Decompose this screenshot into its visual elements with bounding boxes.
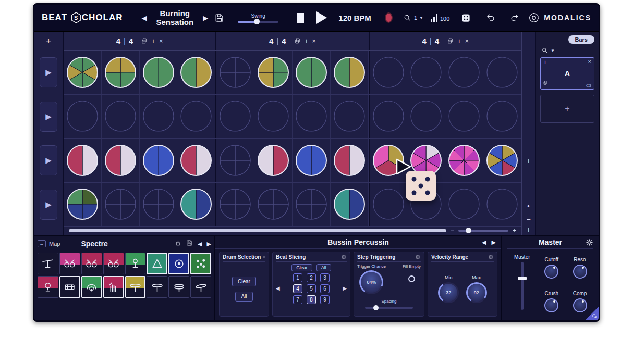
hzoom-slider-thumb[interactable] (466, 228, 471, 233)
quantize-dropdown-icon[interactable]: ▼ (419, 16, 423, 20)
slice-next-icon[interactable]: ▶ (343, 285, 347, 291)
beat-cell[interactable] (177, 51, 215, 94)
slice-clear-button[interactable]: Clear (291, 264, 312, 271)
beat-cell[interactable] (369, 183, 408, 227)
row-play-button-3[interactable]: ▶ (40, 145, 57, 175)
slice-count-1[interactable]: 1 (293, 273, 302, 282)
beat-cell[interactable] (215, 95, 254, 139)
velocity-range-target-icon[interactable] (488, 254, 494, 260)
beat-cell[interactable] (445, 139, 483, 182)
drum-pad[interactable] (125, 253, 146, 274)
beat-cell[interactable] (293, 51, 331, 94)
beat-cell[interactable] (177, 95, 215, 139)
velocity-min-knob[interactable]: 32 (438, 282, 459, 303)
vzoom-add-button[interactable]: + (526, 157, 530, 165)
time-sig-denominator[interactable]: 4 (435, 36, 439, 45)
slice-count-8[interactable]: 8 (307, 295, 316, 304)
beat-slicing-target-icon[interactable] (341, 254, 347, 260)
vzoom-out-button[interactable]: − (526, 215, 530, 223)
duplicate-measure-icon[interactable] (447, 37, 454, 44)
drum-pad[interactable] (103, 276, 124, 298)
meter-value[interactable]: 100 (440, 16, 449, 22)
trigger-chance-knob[interactable]: 84% (359, 270, 383, 294)
duplicate-measure-icon[interactable] (294, 37, 301, 44)
slice-count-9[interactable]: 9 (320, 295, 330, 304)
drum-pad[interactable] (168, 276, 189, 298)
save-pattern-icon[interactable] (214, 13, 224, 23)
beat-cell[interactable] (254, 183, 293, 227)
slice-count-4[interactable]: 4 (293, 284, 302, 293)
beat-cell[interactable] (293, 183, 331, 227)
slice-count-3[interactable]: 3 (320, 273, 330, 282)
step-triggering-target-icon[interactable] (415, 254, 421, 260)
swing-control[interactable]: Swing (238, 13, 278, 23)
time-sig-numerator[interactable]: 4 (269, 36, 273, 45)
beat-cell[interactable] (64, 183, 102, 227)
slice-all-button[interactable]: All (316, 264, 331, 271)
prev-pattern-button[interactable]: ◀ (138, 14, 150, 22)
kit-save-icon[interactable] (186, 239, 193, 248)
beat-cell[interactable] (483, 51, 521, 94)
add-bar-slot-button[interactable]: + (540, 95, 594, 123)
beat-cell[interactable] (140, 51, 178, 94)
drum-pad[interactable] (190, 276, 211, 298)
redo-icon[interactable] (509, 12, 520, 23)
beat-cell[interactable] (483, 183, 521, 227)
beat-cell[interactable] (483, 95, 521, 139)
beat-cell[interactable] (64, 139, 102, 182)
drum-pad[interactable] (147, 253, 167, 274)
next-pattern-button[interactable]: ▶ (200, 14, 211, 22)
drum-pad[interactable] (190, 253, 211, 274)
add-row-button[interactable]: + (34, 32, 63, 51)
drum-all-button[interactable]: All (235, 292, 252, 302)
beat-cell[interactable] (177, 139, 215, 182)
row-play-button-4[interactable]: ▶ (40, 190, 57, 220)
beat-cell[interactable] (254, 139, 293, 182)
bars-dropdown-icon[interactable]: ▼ (551, 48, 555, 53)
beat-cell[interactable] (254, 51, 293, 94)
drum-pad[interactable] (38, 253, 58, 274)
hzoom-in-button[interactable]: + (513, 228, 516, 234)
beat-cell[interactable] (102, 95, 140, 139)
add-measure-icon[interactable]: + (305, 37, 309, 45)
time-sig-numerator[interactable]: 4 (116, 36, 120, 45)
time-sig-denominator[interactable]: 4 (129, 36, 133, 45)
beat-cell[interactable] (293, 139, 331, 182)
slot-duplicate-icon[interactable] (543, 78, 548, 87)
undo-icon[interactable] (485, 12, 496, 23)
master-volume-thumb[interactable] (518, 277, 527, 280)
beat-cell[interactable] (102, 139, 140, 182)
slice-count-7[interactable]: 7 (293, 295, 302, 304)
delete-measure-icon[interactable]: × (312, 37, 316, 45)
duplicate-measure-icon[interactable] (141, 37, 148, 44)
beat-cell[interactable] (293, 95, 331, 139)
master-volume-slider[interactable] (521, 262, 524, 310)
drum-pad[interactable] (147, 276, 167, 298)
grid-scrollbar[interactable] (69, 229, 446, 232)
record-button[interactable] (385, 12, 393, 23)
beat-cell[interactable] (369, 51, 408, 94)
bar-slot-a[interactable]: + × A C3 (540, 57, 594, 90)
beat-cell[interactable] (331, 95, 369, 139)
beat-cell[interactable] (483, 139, 521, 182)
swing-slider[interactable] (238, 21, 278, 23)
beat-cell[interactable] (102, 183, 140, 227)
vzoom-in-button[interactable]: + (526, 225, 530, 234)
quantize-value[interactable]: 1 (414, 15, 417, 21)
drum-pad[interactable] (59, 276, 80, 298)
beat-cell[interactable] (140, 139, 178, 182)
bars-tab[interactable]: Bars (568, 35, 594, 44)
map-label[interactable]: Map (49, 241, 60, 247)
beat-cell[interactable] (407, 95, 445, 139)
add-measure-icon[interactable]: + (457, 37, 461, 45)
settings-gear-icon[interactable] (586, 239, 593, 246)
drum-pad[interactable] (81, 276, 102, 298)
beat-cell[interactable] (445, 51, 483, 94)
slice-prev-icon[interactable]: ◀ (276, 285, 280, 291)
delete-measure-icon[interactable]: × (465, 37, 469, 45)
slice-count-5[interactable]: 5 (307, 284, 316, 293)
drum-pad[interactable] (59, 253, 80, 274)
drum-pad[interactable] (38, 276, 58, 298)
beat-cell[interactable] (215, 183, 254, 227)
beat-cell[interactable] (64, 51, 102, 94)
